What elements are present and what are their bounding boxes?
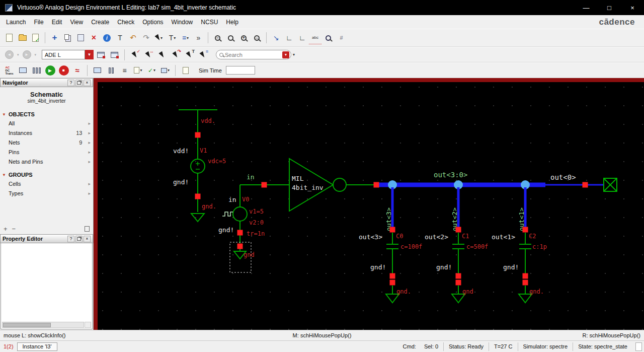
property-editor-header[interactable]: Property Editor ? × [0,234,93,243]
search-options-icon[interactable]: ▼ [282,51,289,58]
schematic-window[interactable]: vdd. vdd! V1 vdc=5 gnd! gnd. in [94,78,644,330]
objects-section-header[interactable]: ▼ OBJECTS [0,110,93,118]
collapse-triangle-icon[interactable]: ▼ [2,112,6,117]
stretch-icon[interactable] [74,32,87,44]
inverter-cell-label[interactable]: 4bit_inv [292,184,324,191]
instance-icon[interactable]: T [114,32,126,44]
nav-back-icon[interactable]: ◄ [3,48,16,61]
wide-wire-icon[interactable]: ∟ [296,32,308,44]
menu-launch[interactable]: Launch [2,17,30,28]
instance-name[interactable]: V1 [200,147,207,154]
ade-mode-select[interactable]: ADE L ▼ [42,50,94,59]
property-editor-hscrollbar[interactable] [2,322,84,328]
net-label[interactable]: gnd. [529,288,544,295]
annotate-columns-icon[interactable] [105,64,117,77]
search-menu-icon[interactable]: ▾ [293,52,295,57]
results-browser-icon[interactable] [91,64,104,77]
pin-label[interactable]: in [228,196,236,203]
supply-label[interactable]: gnd! [436,263,452,271]
analyses-icon[interactable]: AC DC Trans [3,64,16,77]
net-label[interactable]: in [247,173,255,181]
edit-setup-menu-icon[interactable]: ▾ [132,64,144,77]
expand-arrow-icon[interactable]: ▸ [88,121,91,126]
zoom-in-icon[interactable]: + [237,32,250,44]
save-icon[interactable]: ✓ [29,32,42,44]
search-input[interactable] [225,52,281,58]
zoom-fit-icon[interactable]: ▭ [251,32,263,44]
instance-param[interactable]: v1=5 [249,208,264,215]
annotate-menu-icon[interactable]: ▾ [159,64,172,77]
select-mode-icon[interactable]: ✓ [128,48,141,61]
property-editor-close-icon[interactable]: × [84,236,91,242]
search-box[interactable]: ▼ [216,50,291,59]
menu-view[interactable]: View [66,17,87,28]
panel-resize-icon[interactable] [85,226,90,232]
navigator-close-icon[interactable]: × [84,80,91,86]
scrollbar-thumb[interactable] [3,323,51,327]
supply-label[interactable]: gnd! [503,263,519,271]
descend-icon[interactable]: ↘ [270,32,282,44]
net-label[interactable]: gnd. [396,288,411,295]
expand-arrow-icon[interactable]: ▸ [88,130,91,135]
pointer-mode-icon[interactable] [155,48,168,61]
remove-filter-button[interactable]: − [12,225,16,233]
property-editor-help-icon[interactable]: ? [67,236,74,242]
menu-check[interactable]: Check [113,17,138,28]
net-label[interactable]: gnd [462,288,473,295]
property-editor-float-icon[interactable] [75,236,83,242]
delete-icon[interactable]: × [88,32,100,44]
stretch-mode-icon[interactable]: ↔ [142,48,154,61]
sidebar-item-nets[interactable]: Nets 9 ▸ [0,137,93,147]
groups-section-header[interactable]: ▼ GROUPS [0,170,93,179]
instance-param[interactable]: tr=1n [247,230,265,237]
wire-name-icon[interactable]: abc [309,32,321,44]
collapse-triangle-icon[interactable]: ▼ [2,173,6,177]
supply-label[interactable]: gnd! [218,226,234,234]
check-run-menu-icon[interactable]: ✓▾ [145,64,158,77]
menu-edit[interactable]: Edit [48,17,66,28]
net-label[interactable]: gnd [244,251,255,258]
design-variables-icon[interactable] [17,64,29,77]
sidebar-item-types[interactable]: Types ▸ [0,188,93,198]
zoom-out-icon[interactable]: − [211,32,224,44]
net-label[interactable]: out<0> [550,173,576,181]
expand-arrow-icon[interactable]: ▸ [88,191,91,196]
edit-mode-icon[interactable]: ≡ [196,48,209,61]
supply-label[interactable]: gnd! [173,178,189,186]
expand-arrow-icon[interactable]: ▸ [88,181,91,186]
expand-arrow-icon[interactable]: ▸ [88,159,91,164]
sim-time-input[interactable] [226,66,255,75]
instance-name[interactable]: C1 [462,233,469,240]
instance-param[interactable]: vdc=5 [208,158,226,165]
open-folder-icon[interactable] [16,32,29,44]
expand-arrow-icon[interactable]: ▸ [88,150,91,155]
pin-label[interactable]: out<2> [425,233,448,241]
instance-param[interactable]: c:1p [532,243,547,250]
menu-window[interactable]: Window [168,17,197,28]
probe-icon[interactable] [322,32,335,44]
move-icon[interactable]: + [48,32,61,44]
add-filter-button[interactable]: + [4,225,8,233]
ade-mode-dropdown-icon[interactable]: ▼ [85,50,94,59]
copy-icon[interactable] [61,32,74,44]
netlist-run-setup-icon[interactable] [30,64,43,77]
bus-net-label[interactable]: out<3:0> [434,171,467,179]
inverter-lib-label[interactable]: MIL [292,175,304,182]
redo-icon[interactable]: ↷ [140,32,152,44]
plot-waveform-icon[interactable]: ≈ [71,64,84,77]
nav-back-menu-icon[interactable]: ▾ [17,53,19,57]
sim-log-icon[interactable] [179,64,192,77]
menu-create[interactable]: Create [87,17,113,28]
net-label[interactable]: vdd. [201,117,215,124]
sidebar-item-pins[interactable]: Pins ▸ [0,147,93,157]
stop-simulation-button[interactable]: ■ [57,64,70,77]
menu-file[interactable]: File [30,17,47,28]
instance-name[interactable]: C0 [396,233,403,240]
properties-info-icon[interactable]: i [101,32,113,44]
net-label[interactable]: gnd. [202,203,216,210]
text-mode-icon[interactable]: T [183,48,195,61]
instance-name[interactable]: C2 [529,233,536,240]
close-button[interactable]: × [621,0,644,15]
navigator-float-icon[interactable] [75,80,83,86]
instance-param[interactable]: c=500f [466,243,488,250]
